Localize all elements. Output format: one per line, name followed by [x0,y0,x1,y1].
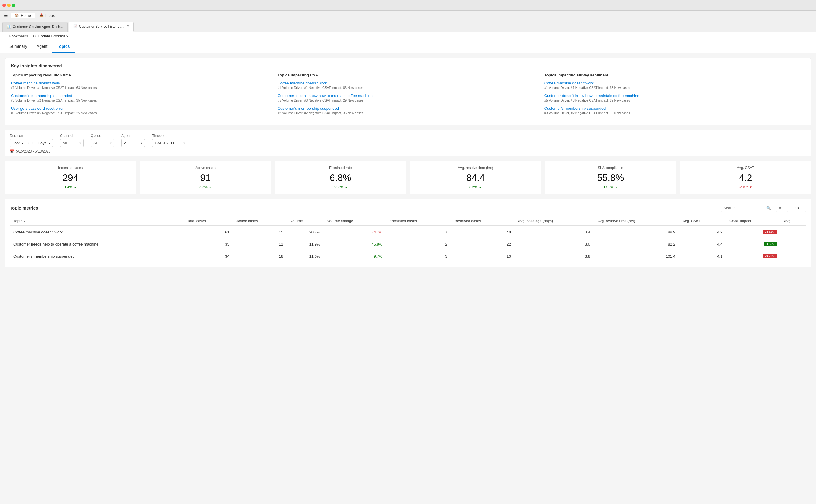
nav-topics[interactable]: Topics [52,40,75,53]
metric-change: 8.6% ▲ [415,185,536,189]
update-bookmark-button[interactable]: ↻ Update Bookmark [33,34,68,38]
arrow-up-icon: ▲ [344,186,347,189]
col-volume-change[interactable]: Volume change [323,217,386,226]
insight-meta: #5 Volume Driver, #3 Negative CSAT impac… [545,99,805,102]
insight-meta: #6 Volume Driver, #5 Negative CSAT impac… [11,111,271,115]
insight-meta: #1 Volume Driver, #1 Negative CSAT impac… [277,86,538,89]
insight-link[interactable]: Coffee machine doesn't work [545,81,805,85]
cell-avg-resolve-time: 82.2 [594,238,679,250]
topic-metrics-card: Topic metrics 🔍 ✏ Details Topic ▾ [5,199,811,267]
agent-control[interactable]: All ▾ [121,139,145,147]
update-bookmark-label: Update Bookmark [38,34,68,38]
nav-inbox-label: Inbox [45,13,55,18]
arrow-up-icon: ▲ [615,186,618,189]
insight-link[interactable]: Customer doesn't know how to maintain co… [277,94,538,98]
duration-preset[interactable]: Last ▾ [10,139,26,147]
insight-col3-heading: Topics impacting survey sentiment [545,73,805,77]
edit-columns-button[interactable]: ✏ [776,204,784,212]
arrow-up-icon: ▲ [73,186,76,189]
tab1-label: Customer Service Agent Dash... [13,25,63,29]
tab2-close-icon[interactable]: ✕ [127,24,129,28]
timezone-control[interactable]: GMT-07:00 ▾ [152,139,187,147]
duration-value[interactable]: 30 [26,139,35,147]
insight-col-csat: Topics impacting CSAT Coffee machine doe… [277,73,538,119]
tab-1[interactable]: 📊 Customer Service Agent Dash... [2,22,68,32]
maximize-button[interactable] [12,4,15,7]
browser-bar [0,0,816,11]
insight-link[interactable]: Coffee machine doesn't work [11,81,271,85]
tab1-icon: 📊 [7,25,11,29]
insight-link[interactable]: Customer's membership suspended [277,106,538,111]
duration-unit[interactable]: Days ▾ [35,139,53,147]
metric-avg-resolve-time: Avg. resolve time (hrs) 84.4 8.6% ▲ [410,161,541,194]
cell-total-cases: 35 [184,238,233,250]
topic-metrics-controls: 🔍 ✏ Details [721,204,806,212]
topic-metrics-title: Topic metrics [10,205,38,210]
cell-escalated-cases: 7 [386,226,451,238]
col-resolved-cases[interactable]: Resolved cases [451,217,515,226]
col-topic[interactable]: Topic ▾ [10,217,184,226]
col-volume[interactable]: Volume [287,217,323,226]
topic-metrics-table: Topic ▾ Total cases Active cases Volume … [10,217,806,262]
col-avg-resolve-time[interactable]: Avg. resolve time (hrs) [594,217,679,226]
insights-card: Key insights discovered Topics impacting… [5,58,811,125]
insight-item: User gets password reset error #6 Volume… [11,106,271,115]
cell-avg-case-age: 3.0 [515,238,594,250]
metric-label: Avg. CSAT [685,166,806,170]
search-box[interactable]: 🔍 [721,204,774,212]
cell-resolved-cases: 40 [451,226,515,238]
calendar-icon: 📅 [10,149,14,153]
hamburger-icon[interactable]: ☰ [2,12,10,19]
col-avg[interactable]: Avg [781,217,806,226]
close-button[interactable] [2,4,6,7]
tab2-label: Customer Service historica... [79,24,124,29]
details-button[interactable]: Details [787,204,806,212]
inbox-icon: 📥 [39,13,44,17]
cell-topic: Coffee machine doesn't work [10,226,184,238]
cell-csat-impact: -0.27% [726,250,780,262]
insight-link[interactable]: Customer's membership suspended [545,106,805,111]
tab2-icon: 📈 [73,24,77,28]
cell-active-cases: 11 [233,238,287,250]
nav-agent[interactable]: Agent [32,40,52,53]
insight-item: Coffee machine doesn't work #1 Volume Dr… [277,81,538,89]
cell-volume-change: 9.7% [323,250,386,262]
insight-col2-heading: Topics impacting CSAT [277,73,538,77]
col-avg-case-age[interactable]: Avg. case age (days) [515,217,594,226]
home-icon: 🏠 [14,13,19,17]
col-escalated-cases[interactable]: Escalated cases [386,217,451,226]
channel-control[interactable]: All ▾ [60,139,84,147]
arrow-up-icon: ▲ [209,186,212,189]
cell-avg-case-age: 3.8 [515,250,594,262]
col-total-cases[interactable]: Total cases [184,217,233,226]
insight-item: Customer doesn't know how to maintain co… [545,94,805,102]
bookmarks-icon: ☰ [4,34,7,38]
date-range: 📅 5/15/2023 - 6/13/2023 [10,149,806,153]
tab-2[interactable]: 📈 Customer Service historica... ✕ [69,22,134,32]
metric-label: Active cases [145,166,266,170]
col-avg-csat[interactable]: Avg. CSAT [679,217,726,226]
bookmarks-button[interactable]: ☰ Bookmarks [4,34,28,38]
nav-inbox-button[interactable]: 📥 Inbox [36,13,58,18]
metric-change: 8.3% ▲ [145,185,266,189]
duration-control[interactable]: Last ▾ 30 Days ▾ [10,139,53,147]
metric-change: 17.2% ▲ [550,185,671,189]
insight-link[interactable]: Customer doesn't know how to maintain co… [545,94,805,98]
update-icon: ↻ [33,34,36,38]
queue-filter: Queue All ▾ [91,134,114,147]
insight-link[interactable]: Customer's membership suspended [11,94,271,98]
col-active-cases[interactable]: Active cases [233,217,287,226]
table-row: Customer's membership suspended 34 18 11… [10,250,806,262]
nav-home-button[interactable]: 🏠 Home [11,13,35,18]
queue-control[interactable]: All ▾ [91,139,114,147]
insight-link[interactable]: Coffee machine doesn't work [277,81,538,85]
insight-meta: #3 Volume Driver, #2 Negative CSAT impac… [545,111,805,115]
search-input[interactable] [723,206,765,210]
nav-summary[interactable]: Summary [5,40,32,53]
col-csat-impact[interactable]: CSAT impact [726,217,780,226]
cell-csat-impact: 0.62% [726,238,780,250]
minimize-button[interactable] [7,4,11,7]
insight-link[interactable]: User gets password reset error [11,106,271,111]
cell-volume-change: -4.7% [323,226,386,238]
arrow-down-icon: ▼ [749,186,752,189]
